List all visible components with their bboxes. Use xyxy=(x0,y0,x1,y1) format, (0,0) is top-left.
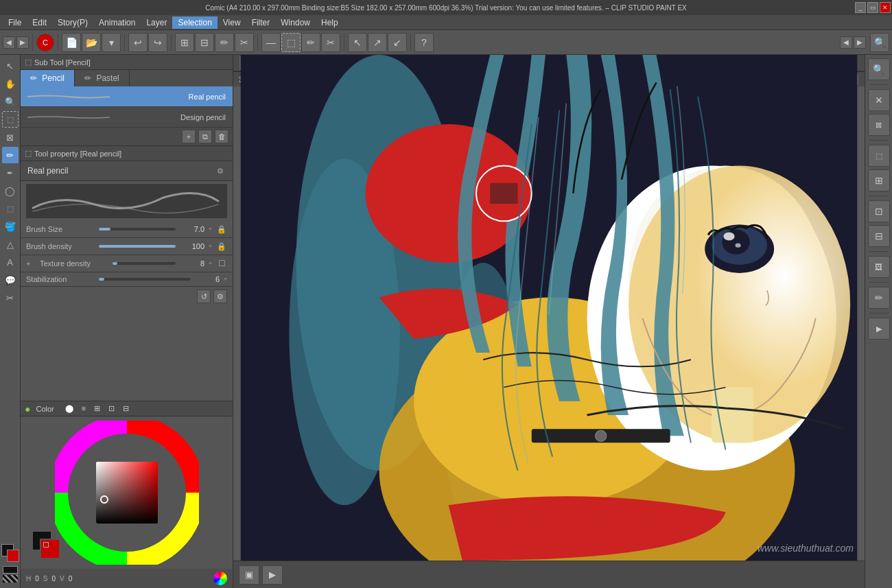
rt-navigator[interactable]: 🔍 xyxy=(868,58,890,80)
tb-nav3[interactable]: ↙ xyxy=(388,33,407,52)
canvas-container[interactable]: Comic ✕ xyxy=(233,55,865,561)
tb-transform1[interactable]: ⊞ xyxy=(175,33,194,52)
tb-redo[interactable]: ↪ xyxy=(148,33,167,52)
tool-shape[interactable]: ◯ xyxy=(2,183,19,199)
tool-eraser[interactable]: ⬚ xyxy=(2,200,19,217)
tool-cut[interactable]: ✂ xyxy=(2,290,19,306)
tool-gradient[interactable]: △ xyxy=(2,236,19,252)
tb-sel2[interactable]: ⬚ xyxy=(281,33,301,52)
right-nav-arrows[interactable]: ◀ ▶ xyxy=(840,36,866,49)
tb-nav1[interactable]: ↖ xyxy=(348,33,367,52)
prop-brush-density-slider[interactable] xyxy=(99,245,176,248)
canvas-artwork-area[interactable]: www.sieuthuthuat.com xyxy=(233,55,865,561)
window-controls[interactable]: _ ▭ ✕ xyxy=(855,2,891,13)
color-tab-swatches[interactable]: ⊡ xyxy=(106,403,117,414)
tb-transform3[interactable]: ✏ xyxy=(215,33,234,52)
nav-arrows[interactable]: ◀ ▶ xyxy=(3,36,29,49)
rt-checker[interactable]: ⊞ xyxy=(868,169,890,191)
tb-new[interactable]: 📄 xyxy=(62,33,81,52)
menu-layer[interactable]: Layer xyxy=(141,16,172,29)
tb-help[interactable]: ? xyxy=(414,33,434,52)
right-nav-left[interactable]: ◀ xyxy=(840,36,852,49)
tool-select1[interactable]: ⬚ xyxy=(2,111,19,128)
artwork-svg xyxy=(233,55,865,561)
color-wheel-svg[interactable] xyxy=(55,421,199,565)
tool-text[interactable]: A xyxy=(2,254,19,270)
prop-brush-density-label: Brush density xyxy=(26,242,95,250)
menu-selection[interactable]: Selection xyxy=(172,16,217,29)
color-tab-palette[interactable]: ⊞ xyxy=(91,403,103,414)
tool-balloon[interactable]: 💬 xyxy=(2,272,19,288)
brush-item-real-pencil[interactable]: Real pencil xyxy=(21,86,233,107)
prop-texture-density-slider[interactable] xyxy=(113,262,176,265)
subtool-tab-pencil[interactable]: ✏ Pencil xyxy=(21,70,75,86)
color-tab-sliders[interactable]: ≡ xyxy=(79,403,89,414)
menu-view[interactable]: View xyxy=(218,16,246,29)
color-tab-mix[interactable]: ⊟ xyxy=(120,403,132,414)
tool-hand[interactable]: ✋ xyxy=(2,75,19,92)
rt-ruler[interactable]: ⊟ xyxy=(868,225,890,247)
toolprop-icon2[interactable]: ⚙ xyxy=(213,290,227,303)
subtool-header: ⬚ Sub Tool [Pencil] xyxy=(21,55,233,70)
menu-help[interactable]: Help xyxy=(316,16,344,29)
tb-transform2[interactable]: ⊟ xyxy=(195,33,214,52)
subtool-tab-pastel[interactable]: ✏ Pastel xyxy=(75,70,130,86)
rt-pen-tablet[interactable]: ✏ xyxy=(868,287,890,309)
menu-window[interactable]: Window xyxy=(275,16,316,29)
bottom-view-btn[interactable]: ▣ xyxy=(239,565,259,585)
tool-select2[interactable]: ⊠ xyxy=(2,129,19,145)
tb-nav2[interactable]: ↗ xyxy=(368,33,387,52)
rt-image[interactable]: 🖼 xyxy=(868,256,890,278)
rt-layers[interactable]: ⬚ xyxy=(868,145,890,167)
menu-file[interactable]: File xyxy=(3,16,27,29)
prop-brush-size-slider[interactable] xyxy=(99,228,176,231)
menu-edit[interactable]: Edit xyxy=(27,16,52,29)
tb-open[interactable]: 📂 xyxy=(82,33,101,52)
prop-brush-density-lock[interactable]: 🔒 xyxy=(216,241,227,252)
prop-texture-check[interactable]: ☐ xyxy=(216,258,227,269)
color-wheel-area[interactable] xyxy=(21,416,233,569)
tb-sel4[interactable]: ✂ xyxy=(321,33,340,52)
menu-animation[interactable]: Animation xyxy=(93,16,141,29)
tb-search[interactable]: 🔍 xyxy=(870,33,889,52)
bottom-play-btn[interactable]: ▶ xyxy=(262,565,283,585)
tb-sel1[interactable]: — xyxy=(261,33,281,52)
rt-transform[interactable]: ⊠ xyxy=(868,114,890,136)
tool-zoom[interactable]: 🔍 xyxy=(2,93,19,110)
toolprop-icon1[interactable]: ↺ xyxy=(197,290,211,303)
tool-fill[interactable]: 🪣 xyxy=(2,218,19,235)
right-nav-right[interactable]: ▶ xyxy=(854,36,866,49)
pattern-swatch2[interactable] xyxy=(3,575,18,583)
fg-color-box[interactable] xyxy=(40,539,60,559)
pattern-swatch[interactable] xyxy=(3,566,18,574)
tool-move[interactable]: ↖ xyxy=(2,58,19,74)
brush-add-btn[interactable]: + xyxy=(182,130,196,143)
tb-clip-studio[interactable]: C xyxy=(36,34,54,51)
rt-snap[interactable]: ⊡ xyxy=(868,200,890,222)
tool-pen[interactable]: ✒ xyxy=(2,165,19,181)
minimize-button[interactable]: _ xyxy=(855,2,866,13)
toolprop-settings-icon[interactable]: ⚙ xyxy=(215,165,226,176)
tb-transform4[interactable]: ✂ xyxy=(235,33,254,52)
brush-delete-btn[interactable]: 🗑 xyxy=(215,130,228,143)
tb-sel3[interactable]: ✏ xyxy=(301,33,320,52)
menu-filter[interactable]: Filter xyxy=(246,16,276,29)
rt-move[interactable]: ✕ xyxy=(868,89,890,111)
brush-item-design-pencil[interactable]: Design pencil xyxy=(21,107,233,128)
close-button[interactable]: ✕ xyxy=(880,2,891,13)
prop-brush-size-lock[interactable]: 🔒 xyxy=(216,224,227,235)
fg-color-swatch[interactable] xyxy=(7,550,19,562)
prop-stabilization-slider[interactable] xyxy=(99,278,191,281)
restore-button[interactable]: ▭ xyxy=(867,2,878,13)
tb-undo[interactable]: ↩ xyxy=(128,33,148,52)
brush-copy-btn[interactable]: ⧉ xyxy=(198,130,212,143)
menu-story[interactable]: Story(P) xyxy=(52,16,93,29)
rainbow-btn[interactable] xyxy=(213,572,227,585)
nav-left[interactable]: ◀ xyxy=(3,36,15,49)
rt-animation[interactable]: ▶ xyxy=(868,318,890,340)
color-tab-wheel[interactable]: ⬤ xyxy=(62,403,76,414)
prop-texture-plus[interactable]: + xyxy=(26,259,36,268)
nav-right[interactable]: ▶ xyxy=(16,36,29,49)
tool-pencil[interactable]: ✏ xyxy=(2,147,19,163)
tb-dropdown[interactable]: ▾ xyxy=(102,33,121,52)
